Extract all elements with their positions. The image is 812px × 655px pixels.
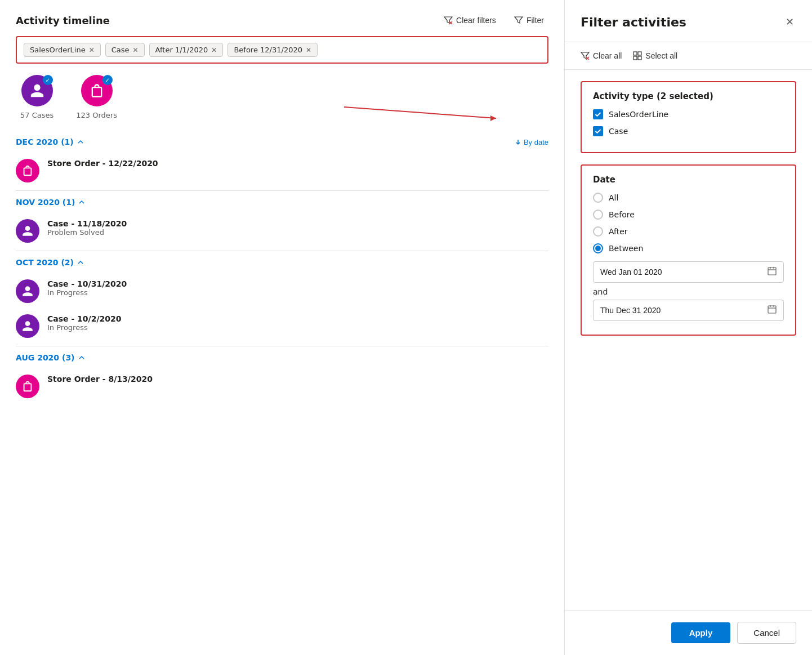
filter-button[interactable]: Filter <box>510 14 548 27</box>
store-order-aug-title: Store Order - 8/13/2020 <box>47 375 153 384</box>
radio-between-circle[interactable] <box>593 243 603 253</box>
select-all-button[interactable]: Select all <box>633 51 677 60</box>
bag-icon-sm <box>21 164 34 177</box>
date-section: Date All Before After Between <box>581 164 796 336</box>
svg-rect-8 <box>633 56 637 60</box>
bag-icon <box>89 83 105 99</box>
aug2020-chevron-up <box>78 354 85 361</box>
filter-tag-before[interactable]: Before 12/31/2020 ✕ <box>227 43 318 57</box>
header-actions: Clear filters Filter <box>439 14 548 27</box>
date-from-input[interactable] <box>600 268 768 277</box>
oct2020-chevron-up <box>77 259 84 266</box>
filter-tags-box: SalesOrderLine ✕ Case ✕ After 1/1/2020 ✕… <box>16 36 548 64</box>
date-from-wrapper <box>593 261 784 283</box>
radio-between-label: Between <box>609 244 643 253</box>
case-nov-title: Case - 11/18/2020 <box>47 219 127 228</box>
by-date-label: By date <box>524 138 548 146</box>
clear-filter-icon <box>444 16 453 25</box>
radio-after-circle[interactable] <box>593 226 603 237</box>
svg-rect-14 <box>768 306 776 313</box>
filter-tag-salesorderline[interactable]: SalesOrderLine ✕ <box>24 43 101 57</box>
case-oct2-icon-circle <box>16 314 39 338</box>
nov2020-label: NOV 2020 (1) <box>16 198 85 207</box>
sort-down-icon <box>515 139 521 145</box>
close-button[interactable]: ✕ <box>783 14 796 30</box>
case-checkbox[interactable] <box>593 126 603 136</box>
by-date-button[interactable]: By date <box>515 138 548 146</box>
checkbox-salesorderline[interactable]: SalesOrderLine <box>593 109 784 119</box>
check-icon <box>595 128 601 135</box>
person-icon-sm <box>21 225 34 237</box>
remove-salesorderline-icon[interactable]: ✕ <box>89 47 95 54</box>
remove-case-icon[interactable]: ✕ <box>133 47 139 54</box>
select-all-icon <box>633 51 642 60</box>
checkbox-case[interactable]: Case <box>593 126 784 136</box>
radio-after-label: After <box>609 227 628 236</box>
salesorderline-checkbox[interactable] <box>593 109 603 119</box>
timeline-item: Case - 11/18/2020 Problem Solved <box>16 213 548 248</box>
date-to-wrapper <box>593 300 784 321</box>
radio-all[interactable]: All <box>593 193 784 203</box>
activity-type-section: Activity type (2 selected) SalesOrderLin… <box>581 81 796 153</box>
store-order-title: Store Order - 12/22/2020 <box>47 159 158 168</box>
svg-rect-6 <box>633 52 637 55</box>
radio-after[interactable]: After <box>593 226 784 237</box>
case-oct31-icon-circle <box>16 279 39 303</box>
timeline-aug2020: AUG 2020 (3) Store Order - 8/13/2020 <box>16 349 548 404</box>
clear-all-button[interactable]: Clear all <box>581 51 622 60</box>
right-panel-footer: Apply Cancel <box>565 610 812 655</box>
filter-tag-salesorderline-label: SalesOrderLine <box>30 46 86 54</box>
filter-icon <box>514 16 523 25</box>
store-order-content: Store Order - 12/22/2020 <box>47 159 158 168</box>
nov2020-chevron-up <box>78 199 85 206</box>
cases-stat-label: 57 Cases <box>20 111 53 119</box>
nov2020-header: NOV 2020 (1) <box>16 193 548 211</box>
remove-after-icon[interactable]: ✕ <box>211 47 217 54</box>
dec2020-label: DEC 2020 (1) <box>16 137 84 146</box>
orders-icon-circle: ✓ <box>81 75 113 106</box>
clear-all-icon <box>581 51 590 60</box>
timeline-nov2020: NOV 2020 (1) Case - 11/18/2020 Problem S… <box>16 193 548 248</box>
filter-tag-after[interactable]: After 1/1/2020 ✕ <box>149 43 224 57</box>
cases-check-badge: ✓ <box>43 75 53 85</box>
apply-button[interactable]: Apply <box>671 622 731 643</box>
activity-timeline-title: Activity timeline <box>16 15 110 26</box>
person-icon-sm <box>21 285 34 297</box>
left-panel: Activity timeline Clear filters Filter S… <box>0 0 564 655</box>
oct2020-header: OCT 2020 (2) <box>16 253 548 271</box>
svg-rect-10 <box>768 268 776 275</box>
case-nov-sub: Problem Solved <box>47 228 127 237</box>
calendar-from-icon[interactable] <box>768 266 777 278</box>
oct2020-label: OCT 2020 (2) <box>16 258 84 267</box>
radio-before[interactable]: Before <box>593 210 784 220</box>
right-panel: Filter activities ✕ Clear all Select all <box>564 0 812 655</box>
aug2020-label: AUG 2020 (3) <box>16 353 85 362</box>
radio-all-circle[interactable] <box>593 193 603 203</box>
close-icon: ✕ <box>786 16 794 28</box>
case-oct2-sub: In Progress <box>47 323 122 332</box>
calendar-to-icon[interactable] <box>768 305 777 316</box>
filter-tag-case[interactable]: Case ✕ <box>105 43 145 57</box>
cancel-button[interactable]: Cancel <box>737 622 796 644</box>
date-to-input[interactable] <box>600 306 768 315</box>
cases-icon-circle: ✓ <box>21 75 53 106</box>
remove-before-icon[interactable]: ✕ <box>306 47 311 54</box>
case-nov-icon-circle <box>16 219 39 243</box>
orders-check-badge: ✓ <box>102 75 113 85</box>
timeline-item: Case - 10/31/2020 In Progress <box>16 274 548 309</box>
timeline-item: Store Order - 12/22/2020 <box>16 153 548 188</box>
store-order-aug-content: Store Order - 8/13/2020 <box>47 375 153 384</box>
stats-row: ✓ 57 Cases ✓ 123 Orders <box>16 75 548 119</box>
svg-rect-7 <box>638 52 641 55</box>
right-panel-header: Filter activities ✕ <box>565 0 812 42</box>
radio-before-circle[interactable] <box>593 210 603 220</box>
radio-all-label: All <box>609 193 618 202</box>
activity-type-title: Activity type (2 selected) <box>593 91 784 101</box>
person-icon-sm <box>21 320 34 332</box>
person-icon <box>29 83 45 99</box>
filter-tag-before-label: Before 12/31/2020 <box>234 46 302 54</box>
radio-between[interactable]: Between <box>593 243 784 253</box>
clear-filters-button[interactable]: Clear filters <box>439 14 501 27</box>
dec2020-header: DEC 2020 (1) By date <box>16 133 548 151</box>
store-order-aug-icon-circle <box>16 375 39 398</box>
